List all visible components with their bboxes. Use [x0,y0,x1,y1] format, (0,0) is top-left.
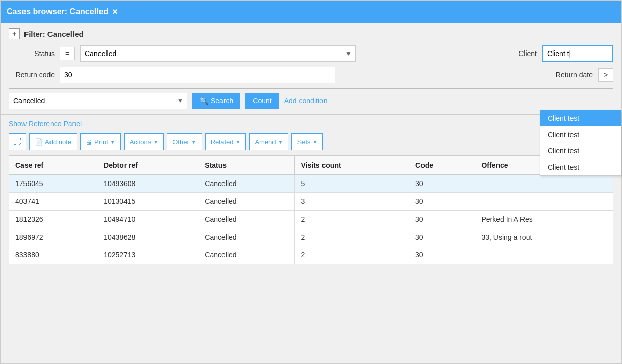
reference-panel-link[interactable]: Show Reference Panel [9,120,613,128]
print-icon: 🖨 [86,138,92,146]
cell-code: 30 [409,175,475,193]
sets-label: Sets [297,138,310,146]
expand-button[interactable]: ⛶ [9,133,26,150]
bottom-select[interactable]: Cancelled [9,93,187,109]
close-button[interactable]: × [112,7,118,16]
cell-status: Cancelled [198,228,294,246]
table-container: Case ref Debtor ref Status Visits count … [9,155,613,358]
cell-visits_count: 2 [294,228,409,246]
dropdown-item[interactable]: Client test [540,110,621,126]
filter-row-status: Status = Cancelled ▼ Client [9,45,613,62]
related-label: Related [211,138,234,146]
return-code-label: Return code [9,71,55,79]
search-button[interactable]: 🔍 Search [192,93,240,109]
other-chevron-icon: ▼ [191,139,196,145]
dropdown-item[interactable]: Client test [540,126,621,143]
main-window: Cases browser: Cancelled × + Filter: Can… [0,0,622,364]
add-note-label: Add note [45,138,71,146]
cell-offence [475,193,613,211]
filter-section: + Filter: Cancelled Status = Cancelled ▼… [1,23,621,115]
actions-button[interactable]: Actions ▼ [124,133,164,150]
title-bar: Cases browser: Cancelled × [1,1,621,23]
actions-chevron-icon: ▼ [153,139,158,145]
col-code: Code [409,156,475,175]
print-button[interactable]: 🖨 Print ▼ [80,133,121,150]
dropdown-item[interactable]: Client test [540,143,621,159]
toolbar: ⛶ 📄 Add note 🖨 Print ▼ Actions ▼ Other ▼… [9,133,613,150]
add-note-button[interactable]: 📄 Add note [29,133,77,150]
return-date-label: Return date [547,71,593,79]
main-content: Show Reference Panel ⛶ 📄 Add note 🖨 Prin… [1,115,621,363]
search-icon: 🔍 [200,97,208,105]
cell-status: Cancelled [198,211,294,228]
cell-debtor_ref: 10494710 [97,211,198,228]
bottom-select-wrapper: Cancelled ▼ [9,93,187,109]
amend-chevron-icon: ▼ [278,139,283,145]
filter-separator [9,88,613,89]
cell-code: 30 [409,211,475,228]
client-input[interactable] [542,45,613,62]
table-header-row: Case ref Debtor ref Status Visits count … [9,156,613,175]
cell-code: 30 [409,193,475,211]
window-title: Cases browser: Cancelled [7,7,108,16]
status-select[interactable]: Cancelled [80,45,356,62]
cell-status: Cancelled [198,175,294,193]
count-button[interactable]: Count [245,93,279,109]
table-row[interactable]: 175604510493608Cancelled530 [9,175,613,193]
client-label: Client [511,49,537,58]
cell-case_ref: 1812326 [9,211,97,228]
bottom-filter-row: Cancelled ▼ 🔍 Search Count Add condition [9,93,613,109]
status-label: Status [9,49,55,58]
amend-label: Amend [255,138,276,146]
related-chevron-icon: ▼ [235,139,240,145]
cell-visits_count: 3 [294,193,409,211]
related-button[interactable]: Related ▼ [205,133,246,150]
status-operator: = [60,47,75,60]
col-status: Status [198,156,294,175]
amend-button[interactable]: Amend ▼ [249,133,288,150]
actions-label: Actions [130,138,152,146]
expand-icon: ⛶ [13,137,21,146]
other-label: Other [172,138,189,146]
filter-expand-button[interactable]: + [9,28,20,39]
search-label: Search [211,97,233,105]
table-row[interactable]: 40374110130415Cancelled330 [9,193,613,211]
cell-status: Cancelled [198,246,294,264]
sets-button[interactable]: Sets ▼ [291,133,323,150]
cell-case_ref: 833880 [9,246,97,264]
cell-debtor_ref: 10130415 [97,193,198,211]
filter-row-return: Return code Return date > [9,67,613,83]
status-select-wrapper: Cancelled ▼ [80,45,356,62]
other-button[interactable]: Other ▼ [167,133,202,150]
cell-offence [475,175,613,193]
print-label: Print [94,138,108,146]
cell-code: 30 [409,228,475,246]
cell-code: 30 [409,246,475,264]
cell-debtor_ref: 10493608 [97,175,198,193]
cell-visits_count: 2 [294,246,409,264]
print-chevron-icon: ▼ [110,139,115,145]
col-case-ref: Case ref [9,156,97,175]
cell-case_ref: 403741 [9,193,97,211]
cell-debtor_ref: 10438628 [97,228,198,246]
cases-table: Case ref Debtor ref Status Visits count … [9,155,613,264]
return-code-input[interactable] [60,67,335,83]
cell-offence: Perked In A Res [475,211,613,228]
cell-offence [475,246,613,264]
cell-debtor_ref: 10252713 [97,246,198,264]
table-row[interactable]: 181232610494710Cancelled230Perked In A R… [9,211,613,228]
cell-visits_count: 2 [294,211,409,228]
cell-status: Cancelled [198,193,294,211]
cell-offence: 33, Using a rout [475,228,613,246]
sets-chevron-icon: ▼ [313,139,318,145]
note-icon: 📄 [35,138,43,146]
title-bar-left: Cases browser: Cancelled × [7,7,118,16]
client-dropdown: Client testClient testClient testClient … [540,110,621,176]
table-row[interactable]: 189697210438628Cancelled23033, Using a r… [9,228,613,246]
table-row[interactable]: 83388010252713Cancelled230 [9,246,613,264]
return-date-operator: > [598,68,613,82]
dropdown-item[interactable]: Client test [540,159,621,175]
col-debtor-ref: Debtor ref [97,156,198,175]
filter-header-label: Filter: Cancelled [24,30,84,38]
add-condition-link[interactable]: Add condition [284,97,328,105]
